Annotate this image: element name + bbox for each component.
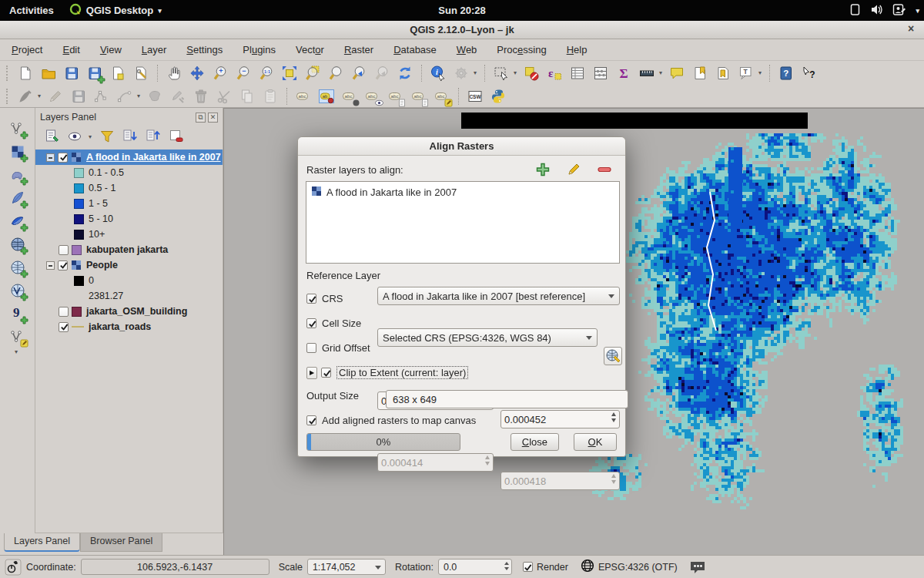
- menu-database[interactable]: Database: [383, 41, 447, 59]
- clock[interactable]: Sun 20:28: [438, 5, 485, 16]
- legend-item[interactable]: 10+: [35, 227, 223, 242]
- filter-legend-icon[interactable]: [99, 128, 116, 145]
- menu-web[interactable]: Web: [447, 41, 487, 59]
- chevron-down-icon[interactable]: ▾: [657, 69, 665, 76]
- help-contents-icon[interactable]: ?: [777, 64, 795, 82]
- open-project-icon[interactable]: [39, 64, 58, 82]
- layer-item[interactable]: jakarta_OSM_building: [35, 304, 223, 319]
- composer-manager-icon[interactable]: [132, 64, 150, 82]
- add-vector-layer-icon[interactable]: [8, 119, 27, 138]
- whats-this-icon[interactable]: ?: [800, 64, 819, 82]
- new-project-icon[interactable]: [16, 64, 35, 82]
- add-wcs-layer-icon[interactable]: [8, 281, 27, 300]
- tab-layers-panel[interactable]: Layers Panel: [4, 533, 80, 552]
- chevron-down-icon[interactable]: ▾: [86, 133, 94, 140]
- cell-size-checkbox[interactable]: [306, 318, 316, 328]
- menu-raster[interactable]: Raster: [334, 41, 383, 59]
- add-spatialite-layer-icon[interactable]: [8, 189, 27, 207]
- field-calculator-icon[interactable]: Σ: [614, 64, 633, 82]
- menu-view[interactable]: View: [90, 41, 132, 59]
- menu-project[interactable]: Project: [2, 41, 52, 59]
- layer-item[interactable]: A flood in Jakarta like in 2007: [35, 150, 223, 165]
- user-menu-icon[interactable]: [892, 3, 906, 18]
- close-button[interactable]: Close: [511, 433, 559, 451]
- layer-visibility-checkbox[interactable]: [59, 322, 69, 332]
- app-menu[interactable]: QGIS Desktop ▾: [62, 0, 169, 21]
- tablet-mode-icon[interactable]: [849, 3, 861, 18]
- activities-button[interactable]: Activities: [2, 0, 62, 21]
- select-features-icon[interactable]: [492, 64, 511, 82]
- layer-visibility-checkbox[interactable]: [59, 307, 69, 317]
- legend-item[interactable]: 0.5 - 1: [35, 180, 223, 196]
- crs-status-button[interactable]: EPSG:4326 (OTF): [581, 559, 678, 575]
- menu-processing[interactable]: Processing: [487, 41, 556, 59]
- layer-item[interactable]: People: [35, 257, 223, 273]
- legend-item[interactable]: 0: [35, 273, 223, 288]
- raster-layers-list[interactable]: A flood in Jakarta like in 2007: [306, 181, 620, 264]
- layer-item[interactable]: jakarta_roads: [35, 319, 223, 334]
- extent-tracking-icon[interactable]: [5, 559, 22, 576]
- identify-features-icon[interactable]: i: [429, 64, 447, 82]
- grid-offset-checkbox[interactable]: [306, 343, 316, 353]
- chevron-down-icon[interactable]: ▾: [471, 69, 479, 76]
- add-wfs-layer-icon[interactable]: 9: [8, 304, 27, 323]
- csw-search-icon[interactable]: CSW: [466, 87, 484, 106]
- legend-item[interactable]: 1 - 5: [35, 196, 223, 211]
- legend-item[interactable]: 5 - 10: [35, 211, 223, 227]
- zoom-full-icon[interactable]: [280, 64, 299, 82]
- panel-float-button[interactable]: ⧉: [196, 113, 206, 123]
- reference-layer-combo[interactable]: A flood in Jakarta like in 2007 [best re…: [377, 287, 620, 305]
- messages-icon[interactable]: [688, 559, 707, 576]
- layer-visibility-checkbox[interactable]: [59, 245, 69, 255]
- legend-item[interactable]: 0.1 - 0.5: [35, 165, 223, 180]
- remove-raster-button[interactable]: [595, 162, 614, 177]
- cell-size-y-spinbox[interactable]: 0.000452: [500, 410, 620, 428]
- clip-extent-expander[interactable]: ▶: [306, 367, 317, 379]
- rotate-label-icon[interactable]: abc: [410, 87, 428, 106]
- add-mssql-layer-icon[interactable]: [8, 212, 27, 230]
- add-postgis-layer-icon[interactable]: [8, 166, 27, 184]
- new-bookmark-icon[interactable]: [691, 64, 709, 82]
- refresh-map-icon[interactable]: [396, 64, 414, 82]
- tree-expander[interactable]: [46, 153, 55, 162]
- change-label-properties-icon[interactable]: abc: [433, 87, 451, 106]
- map-tips-icon[interactable]: [668, 64, 686, 82]
- raster-list-item[interactable]: A flood in Jakarta like in 2007: [311, 186, 614, 199]
- crs-combo[interactable]: Selected CRS (EPSG:4326, WGS 84): [377, 328, 598, 347]
- chevron-down-icon[interactable]: ▾: [756, 69, 764, 76]
- show-bookmarks-icon[interactable]: [714, 64, 732, 82]
- measure-icon[interactable]: [638, 64, 656, 82]
- panel-close-button[interactable]: ✕: [208, 113, 218, 123]
- add-to-canvas-checkbox[interactable]: [306, 415, 316, 425]
- zoom-last-icon[interactable]: [350, 64, 368, 82]
- zoom-native-icon[interactable]: 1:1: [257, 64, 276, 82]
- volume-icon[interactable]: [870, 3, 883, 18]
- zoom-in-icon[interactable]: +: [211, 64, 229, 82]
- pan-map-icon[interactable]: [165, 64, 183, 82]
- pan-to-selection-icon[interactable]: [188, 64, 206, 82]
- deselect-features-icon[interactable]: [522, 64, 541, 82]
- move-label-icon[interactable]: abc: [387, 87, 405, 106]
- legend-item[interactable]: 2381.27: [35, 288, 223, 304]
- collapse-all-icon[interactable]: [145, 128, 162, 145]
- close-window-button[interactable]: ×: [904, 22, 918, 36]
- edit-raster-button[interactable]: [564, 162, 583, 177]
- render-checkbox[interactable]: [523, 562, 533, 572]
- manage-layer-visibility-icon[interactable]: [67, 128, 84, 145]
- crs-checkbox[interactable]: [306, 294, 316, 304]
- menu-edit[interactable]: Edit: [52, 41, 89, 59]
- zoom-out-icon[interactable]: −: [234, 64, 253, 82]
- select-crs-button[interactable]: [604, 347, 622, 365]
- clip-extent-checkbox[interactable]: [321, 368, 331, 378]
- menu-help[interactable]: Help: [557, 41, 598, 59]
- layer-visibility-checkbox[interactable]: [58, 260, 68, 271]
- menu-vector[interactable]: Vector: [286, 41, 334, 59]
- chevron-down-icon[interactable]: ▾: [511, 69, 519, 76]
- add-raster-button[interactable]: [534, 162, 552, 177]
- show-hide-labels-icon[interactable]: abc: [363, 87, 382, 106]
- new-print-composer-icon[interactable]: [109, 64, 127, 82]
- rotation-spinbox[interactable]: 0.0: [438, 559, 512, 575]
- labeling-active-icon[interactable]: ab: [317, 87, 336, 106]
- new-shapefile-layer-icon[interactable]: [8, 328, 27, 346]
- tree-expander[interactable]: [46, 261, 55, 270]
